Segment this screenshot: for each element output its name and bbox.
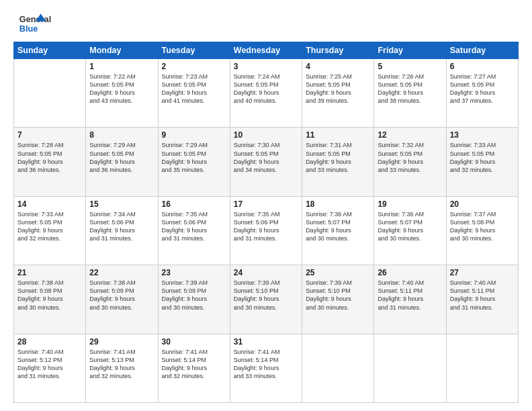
calendar-table: SundayMondayTuesdayWednesdayThursdayFrid… bbox=[13, 42, 519, 403]
calendar-cell: 13Sunrise: 7:33 AM Sunset: 5:05 PM Dayli… bbox=[446, 128, 518, 196]
calendar-cell: 24Sunrise: 7:39 AM Sunset: 5:10 PM Dayli… bbox=[230, 265, 302, 334]
calendar-cell: 16Sunrise: 7:35 AM Sunset: 5:06 PM Dayli… bbox=[158, 196, 230, 265]
day-number: 14 bbox=[17, 199, 82, 209]
calendar-dow-friday: Friday bbox=[374, 42, 446, 59]
day-info: Sunrise: 7:24 AM Sunset: 5:05 PM Dayligh… bbox=[234, 73, 298, 105]
day-number: 13 bbox=[450, 130, 515, 140]
day-info: Sunrise: 7:36 AM Sunset: 5:07 PM Dayligh… bbox=[306, 210, 370, 243]
calendar-week-5: 28Sunrise: 7:40 AM Sunset: 5:12 PM Dayli… bbox=[14, 334, 519, 402]
day-number: 26 bbox=[378, 268, 442, 277]
calendar-header-row: SundayMondayTuesdayWednesdayThursdayFrid… bbox=[14, 42, 519, 59]
day-info: Sunrise: 7:40 AM Sunset: 5:12 PM Dayligh… bbox=[17, 348, 82, 381]
calendar-cell bbox=[374, 334, 446, 402]
calendar-week-2: 7Sunrise: 7:28 AM Sunset: 5:05 PM Daylig… bbox=[14, 128, 519, 196]
day-number: 27 bbox=[450, 268, 515, 277]
calendar-cell: 21Sunrise: 7:38 AM Sunset: 5:08 PM Dayli… bbox=[14, 265, 86, 334]
calendar-week-1: 1Sunrise: 7:22 AM Sunset: 5:05 PM Daylig… bbox=[14, 59, 519, 128]
day-info: Sunrise: 7:23 AM Sunset: 5:05 PM Dayligh… bbox=[162, 73, 226, 105]
day-info: Sunrise: 7:31 AM Sunset: 5:05 PM Dayligh… bbox=[306, 141, 370, 174]
day-number: 30 bbox=[162, 337, 226, 347]
calendar-cell: 19Sunrise: 7:36 AM Sunset: 5:07 PM Dayli… bbox=[374, 196, 446, 265]
calendar-cell bbox=[14, 59, 86, 128]
calendar-cell: 25Sunrise: 7:39 AM Sunset: 5:10 PM Dayli… bbox=[302, 265, 374, 334]
day-info: Sunrise: 7:41 AM Sunset: 5:14 PM Dayligh… bbox=[234, 348, 298, 381]
day-number: 10 bbox=[234, 130, 298, 140]
day-info: Sunrise: 7:38 AM Sunset: 5:09 PM Dayligh… bbox=[89, 279, 154, 312]
calendar-cell: 17Sunrise: 7:35 AM Sunset: 5:06 PM Dayli… bbox=[230, 196, 302, 265]
calendar-cell: 7Sunrise: 7:28 AM Sunset: 5:05 PM Daylig… bbox=[14, 128, 86, 196]
calendar-cell: 1Sunrise: 7:22 AM Sunset: 5:05 PM Daylig… bbox=[86, 59, 158, 128]
day-info: Sunrise: 7:34 AM Sunset: 5:06 PM Dayligh… bbox=[89, 210, 154, 243]
day-info: Sunrise: 7:38 AM Sunset: 5:08 PM Dayligh… bbox=[17, 279, 82, 312]
calendar-cell: 28Sunrise: 7:40 AM Sunset: 5:12 PM Dayli… bbox=[14, 334, 86, 402]
day-number: 18 bbox=[306, 199, 370, 209]
calendar-cell: 23Sunrise: 7:39 AM Sunset: 5:09 PM Dayli… bbox=[158, 265, 230, 334]
calendar-cell: 2Sunrise: 7:23 AM Sunset: 5:05 PM Daylig… bbox=[158, 59, 230, 128]
day-info: Sunrise: 7:39 AM Sunset: 5:10 PM Dayligh… bbox=[234, 279, 298, 312]
day-number: 6 bbox=[450, 62, 515, 71]
calendar-cell: 15Sunrise: 7:34 AM Sunset: 5:06 PM Dayli… bbox=[86, 196, 158, 265]
calendar-dow-tuesday: Tuesday bbox=[158, 42, 230, 59]
day-number: 11 bbox=[306, 130, 370, 140]
calendar-dow-saturday: Saturday bbox=[446, 42, 518, 59]
calendar-cell: 4Sunrise: 7:25 AM Sunset: 5:05 PM Daylig… bbox=[302, 59, 374, 128]
day-number: 7 bbox=[17, 130, 82, 140]
day-number: 1 bbox=[89, 62, 154, 71]
day-number: 17 bbox=[234, 199, 298, 209]
svg-text:Blue: Blue bbox=[19, 24, 38, 34]
day-info: Sunrise: 7:36 AM Sunset: 5:07 PM Dayligh… bbox=[378, 210, 442, 243]
day-info: Sunrise: 7:29 AM Sunset: 5:05 PM Dayligh… bbox=[162, 141, 226, 174]
day-info: Sunrise: 7:25 AM Sunset: 5:05 PM Dayligh… bbox=[306, 73, 370, 105]
day-info: Sunrise: 7:40 AM Sunset: 5:11 PM Dayligh… bbox=[450, 279, 515, 312]
day-info: Sunrise: 7:39 AM Sunset: 5:10 PM Dayligh… bbox=[306, 279, 370, 312]
day-number: 15 bbox=[89, 199, 154, 209]
day-info: Sunrise: 7:37 AM Sunset: 5:08 PM Dayligh… bbox=[450, 210, 515, 243]
day-info: Sunrise: 7:41 AM Sunset: 5:13 PM Dayligh… bbox=[89, 348, 154, 381]
calendar-cell bbox=[302, 334, 374, 402]
calendar-cell: 20Sunrise: 7:37 AM Sunset: 5:08 PM Dayli… bbox=[446, 196, 518, 265]
calendar-cell: 14Sunrise: 7:33 AM Sunset: 5:05 PM Dayli… bbox=[14, 196, 86, 265]
day-number: 19 bbox=[378, 199, 442, 209]
logo: GeneralBlue bbox=[13, 12, 54, 35]
day-info: Sunrise: 7:28 AM Sunset: 5:05 PM Dayligh… bbox=[17, 141, 82, 174]
header: GeneralBlue bbox=[13, 12, 519, 35]
day-number: 16 bbox=[162, 199, 226, 209]
calendar-cell: 5Sunrise: 7:26 AM Sunset: 5:05 PM Daylig… bbox=[374, 59, 446, 128]
calendar-cell: 30Sunrise: 7:41 AM Sunset: 5:14 PM Dayli… bbox=[158, 334, 230, 402]
calendar-cell bbox=[446, 334, 518, 402]
day-number: 5 bbox=[378, 62, 442, 71]
calendar-dow-wednesday: Wednesday bbox=[230, 42, 302, 59]
calendar-week-4: 21Sunrise: 7:38 AM Sunset: 5:08 PM Dayli… bbox=[14, 265, 519, 334]
calendar-cell: 10Sunrise: 7:30 AM Sunset: 5:05 PM Dayli… bbox=[230, 128, 302, 196]
calendar-cell: 18Sunrise: 7:36 AM Sunset: 5:07 PM Dayli… bbox=[302, 196, 374, 265]
page: GeneralBlue SundayMondayTuesdayWednesday… bbox=[0, 0, 532, 411]
day-info: Sunrise: 7:27 AM Sunset: 5:05 PM Dayligh… bbox=[450, 73, 515, 105]
calendar-dow-sunday: Sunday bbox=[14, 42, 86, 59]
day-info: Sunrise: 7:39 AM Sunset: 5:09 PM Dayligh… bbox=[162, 279, 226, 312]
day-number: 25 bbox=[306, 268, 370, 277]
calendar-cell: 6Sunrise: 7:27 AM Sunset: 5:05 PM Daylig… bbox=[446, 59, 518, 128]
day-info: Sunrise: 7:33 AM Sunset: 5:05 PM Dayligh… bbox=[450, 141, 515, 174]
day-number: 8 bbox=[89, 130, 154, 140]
day-info: Sunrise: 7:22 AM Sunset: 5:05 PM Dayligh… bbox=[89, 73, 154, 105]
calendar-week-3: 14Sunrise: 7:33 AM Sunset: 5:05 PM Dayli… bbox=[14, 196, 519, 265]
calendar-cell: 29Sunrise: 7:41 AM Sunset: 5:13 PM Dayli… bbox=[86, 334, 158, 402]
day-number: 28 bbox=[17, 337, 82, 347]
day-info: Sunrise: 7:32 AM Sunset: 5:05 PM Dayligh… bbox=[378, 141, 442, 174]
calendar-cell: 22Sunrise: 7:38 AM Sunset: 5:09 PM Dayli… bbox=[86, 265, 158, 334]
day-info: Sunrise: 7:35 AM Sunset: 5:06 PM Dayligh… bbox=[234, 210, 298, 243]
calendar-cell: 31Sunrise: 7:41 AM Sunset: 5:14 PM Dayli… bbox=[230, 334, 302, 402]
calendar-cell: 27Sunrise: 7:40 AM Sunset: 5:11 PM Dayli… bbox=[446, 265, 518, 334]
calendar-dow-thursday: Thursday bbox=[302, 42, 374, 59]
day-info: Sunrise: 7:30 AM Sunset: 5:05 PM Dayligh… bbox=[234, 141, 298, 174]
day-number: 21 bbox=[17, 268, 82, 277]
day-info: Sunrise: 7:35 AM Sunset: 5:06 PM Dayligh… bbox=[162, 210, 226, 243]
day-info: Sunrise: 7:26 AM Sunset: 5:05 PM Dayligh… bbox=[378, 73, 442, 105]
day-number: 9 bbox=[162, 130, 226, 140]
calendar-cell: 12Sunrise: 7:32 AM Sunset: 5:05 PM Dayli… bbox=[374, 128, 446, 196]
day-number: 24 bbox=[234, 268, 298, 277]
day-info: Sunrise: 7:40 AM Sunset: 5:11 PM Dayligh… bbox=[378, 279, 442, 312]
calendar-cell: 11Sunrise: 7:31 AM Sunset: 5:05 PM Dayli… bbox=[302, 128, 374, 196]
day-info: Sunrise: 7:41 AM Sunset: 5:14 PM Dayligh… bbox=[162, 348, 226, 381]
calendar-dow-monday: Monday bbox=[86, 42, 158, 59]
